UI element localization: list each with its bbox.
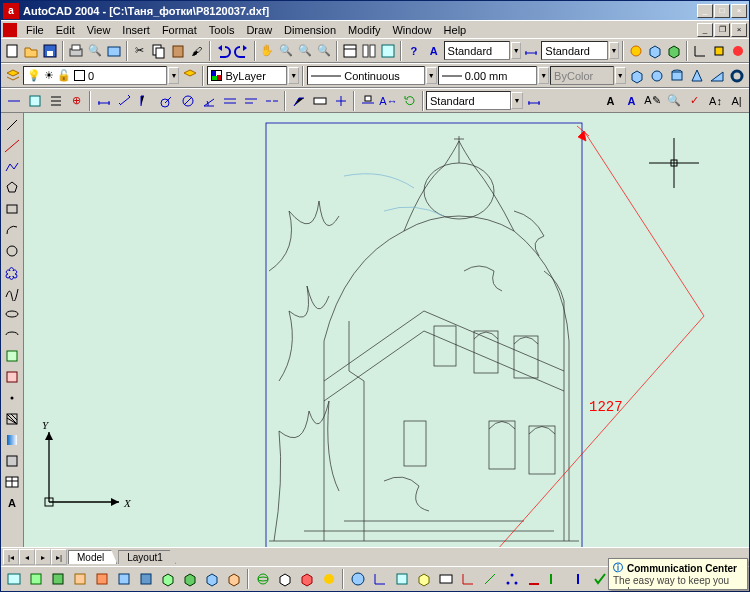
- find-icon[interactable]: 🔍: [663, 90, 684, 111]
- design-center-icon[interactable]: [360, 40, 378, 61]
- plot-preview-icon[interactable]: 🔍: [86, 40, 104, 61]
- torus-icon[interactable]: [728, 65, 747, 86]
- dim-baseline-icon[interactable]: [240, 90, 261, 111]
- point-icon[interactable]: [2, 388, 22, 408]
- dropdown-arrow-icon[interactable]: ▼: [538, 67, 549, 84]
- menu-edit[interactable]: Edit: [50, 22, 81, 38]
- ucs-origin-icon[interactable]: [457, 569, 478, 590]
- ucs-zrot-icon[interactable]: [567, 569, 588, 590]
- dim-radius-icon[interactable]: [156, 90, 177, 111]
- layer-prev-icon[interactable]: [180, 65, 199, 86]
- render-icon[interactable]: [627, 40, 645, 61]
- redo-icon[interactable]: [233, 40, 251, 61]
- dtext-icon[interactable]: A: [621, 90, 642, 111]
- view-left-icon[interactable]: [69, 569, 90, 590]
- view-back-icon[interactable]: [135, 569, 156, 590]
- lineweight-dropdown[interactable]: 0.00 mm: [438, 66, 538, 85]
- ucs-icon[interactable]: [691, 40, 709, 61]
- sphere-icon[interactable]: [648, 65, 667, 86]
- hatch-icon[interactable]: [2, 409, 22, 429]
- ucs-z-icon[interactable]: [479, 569, 500, 590]
- dim-style-icon[interactable]: [522, 40, 540, 61]
- drawing-canvas[interactable]: 1227 X Y: [24, 113, 749, 547]
- ucs-y-icon[interactable]: [545, 569, 566, 590]
- menu-draw[interactable]: Draw: [240, 22, 278, 38]
- menu-window[interactable]: Window: [386, 22, 437, 38]
- cut-icon[interactable]: ✂: [131, 40, 149, 61]
- make-block-icon[interactable]: [2, 367, 22, 387]
- distance-icon[interactable]: [3, 90, 24, 111]
- spell-icon[interactable]: ✓: [684, 90, 705, 111]
- copy-icon[interactable]: [150, 40, 168, 61]
- close-button[interactable]: ×: [731, 4, 747, 18]
- menu-dimension[interactable]: Dimension: [278, 22, 342, 38]
- zoom-window-icon[interactable]: 🔍: [296, 40, 314, 61]
- tolerance-icon[interactable]: [309, 90, 330, 111]
- view-top-icon[interactable]: [25, 569, 46, 590]
- spline-icon[interactable]: [2, 283, 22, 303]
- properties-icon[interactable]: [341, 40, 359, 61]
- dim-linear-icon[interactable]: [93, 90, 114, 111]
- solid-icon[interactable]: [665, 40, 683, 61]
- multiline-text-icon[interactable]: A: [2, 493, 22, 513]
- ellipse-icon[interactable]: [2, 304, 22, 324]
- area-icon[interactable]: [24, 90, 45, 111]
- dimedit-icon[interactable]: [357, 90, 378, 111]
- ucs-world-icon[interactable]: [347, 569, 368, 590]
- mdi-close-button[interactable]: ×: [731, 23, 747, 37]
- render2-icon[interactable]: [318, 569, 339, 590]
- dropdown-arrow-icon[interactable]: ▼: [511, 92, 523, 109]
- zoom-previous-icon[interactable]: 🔍: [315, 40, 333, 61]
- save-icon[interactable]: [41, 40, 59, 61]
- undo-icon[interactable]: [214, 40, 232, 61]
- construction-line-icon[interactable]: [2, 136, 22, 156]
- menu-insert[interactable]: Insert: [116, 22, 156, 38]
- open-icon[interactable]: [22, 40, 40, 61]
- hide-icon[interactable]: [710, 40, 728, 61]
- box-icon[interactable]: [628, 65, 647, 86]
- menu-modify[interactable]: Modify: [342, 22, 386, 38]
- polyline-icon[interactable]: [2, 157, 22, 177]
- mtext-icon[interactable]: A: [600, 90, 621, 111]
- minimize-button[interactable]: _: [697, 4, 713, 18]
- color-dropdown[interactable]: ByLayer: [207, 66, 287, 85]
- justify-icon[interactable]: A|: [726, 90, 747, 111]
- dim-update-icon[interactable]: [399, 90, 420, 111]
- menu-help[interactable]: Help: [438, 22, 473, 38]
- new-icon[interactable]: [3, 40, 21, 61]
- text-style-icon[interactable]: A: [425, 40, 443, 61]
- dropdown-arrow-icon[interactable]: ▼: [168, 67, 179, 84]
- tab-next-icon[interactable]: ▸: [35, 549, 51, 565]
- view-front-icon[interactable]: [113, 569, 134, 590]
- ucs-view-icon[interactable]: [435, 569, 456, 590]
- dropdown-arrow-icon[interactable]: ▼: [426, 67, 437, 84]
- table-icon[interactable]: [2, 472, 22, 492]
- dim-style-manager-icon[interactable]: [523, 90, 544, 111]
- ucs-prev-icon[interactable]: [369, 569, 390, 590]
- tab-first-icon[interactable]: |◂: [3, 549, 19, 565]
- text-style-dropdown[interactable]: Standard: [444, 41, 510, 60]
- mdi-minimize-button[interactable]: _: [697, 23, 713, 37]
- view-sw-iso-icon[interactable]: [157, 569, 178, 590]
- view-nw-iso-icon[interactable]: [223, 569, 244, 590]
- menu-view[interactable]: View: [81, 22, 117, 38]
- dim-quick-icon[interactable]: [219, 90, 240, 111]
- insert-block-icon[interactable]: [2, 346, 22, 366]
- leader-icon[interactable]: [288, 90, 309, 111]
- edit-text-icon[interactable]: A✎: [642, 90, 663, 111]
- communication-center-popup[interactable]: ⓘ Communication Center The easy way to k…: [608, 558, 748, 590]
- hide2-icon[interactable]: [274, 569, 295, 590]
- cylinder-icon[interactable]: [668, 65, 687, 86]
- polygon-icon[interactable]: [2, 178, 22, 198]
- list-icon[interactable]: [45, 90, 66, 111]
- dim-style-current[interactable]: Standard: [426, 91, 511, 110]
- linetype-dropdown[interactable]: Continuous: [307, 66, 424, 85]
- dim-diameter-icon[interactable]: [177, 90, 198, 111]
- 3d-icon[interactable]: [646, 40, 664, 61]
- tab-last-icon[interactable]: ▸|: [51, 549, 67, 565]
- paste-icon[interactable]: [169, 40, 187, 61]
- layer-dropdown[interactable]: 💡 ☀ 🔓 0: [23, 66, 167, 85]
- dim-ordinate-icon[interactable]: [135, 90, 156, 111]
- scale-text-icon[interactable]: A↕: [705, 90, 726, 111]
- line-icon[interactable]: [2, 115, 22, 135]
